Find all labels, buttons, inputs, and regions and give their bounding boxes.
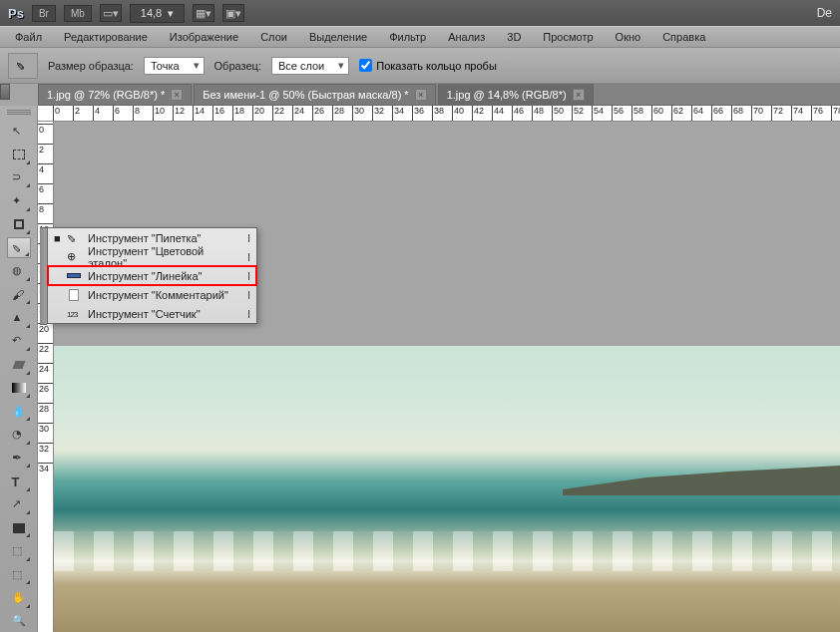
sample-size-label: Размер образца:	[48, 60, 134, 72]
ruler-h-label: 36	[414, 106, 424, 116]
menu-слои[interactable]: Слои	[251, 28, 296, 46]
ruler-h-label: 64	[693, 106, 703, 116]
gradient-tool[interactable]	[7, 378, 31, 399]
image-headland	[563, 466, 840, 495]
menu-фильтр[interactable]: Фильтр	[380, 28, 435, 46]
menu-просмотр[interactable]: Просмотр	[534, 28, 602, 46]
menu-выделение[interactable]: Выделение	[300, 28, 376, 46]
eyedropper-icon	[16, 59, 30, 73]
flyout-strip[interactable]	[40, 227, 47, 325]
magic-wand-tool[interactable]	[7, 190, 31, 211]
document-tab-0[interactable]: 1.jpg @ 72% (RGB/8*) *×	[38, 84, 192, 105]
canvas-area[interactable]	[54, 122, 840, 632]
flyout-indicator-icon	[26, 300, 30, 304]
ruler-h-label: 74	[793, 106, 803, 116]
ruler-v-label: 26	[39, 384, 49, 394]
menu-редактирование[interactable]: Редактирование	[55, 28, 157, 46]
vertical-ruler[interactable]: 0246810121416182022242628303234	[38, 122, 54, 632]
document-tab-2[interactable]: 1.jpg @ 14,8% (RGB/8*)×	[438, 84, 594, 105]
bridge-button[interactable]: Br	[32, 5, 56, 22]
flyout-item-2[interactable]: Инструмент "Линейка"I	[48, 266, 256, 285]
flyout-item-3[interactable]: Инструмент "Комментарий"I	[48, 285, 256, 304]
gradient-tool-icon	[12, 383, 26, 393]
tab-label: Без имени-1 @ 50% (Быстрая маска/8) *	[203, 89, 408, 101]
ruler-h-label: 12	[175, 106, 185, 116]
minibridge-button[interactable]: Mb	[64, 5, 92, 22]
horizontal-ruler[interactable]: 0246810121416182022242628303234363840424…	[38, 106, 840, 122]
ruler-h-label: 22	[274, 106, 284, 116]
ruler-h-label: 50	[554, 106, 564, 116]
image-overlay	[54, 346, 840, 632]
menu-изображение[interactable]: Изображение	[161, 28, 247, 46]
move-tool-icon	[12, 125, 26, 139]
ruler-v-label: 28	[39, 404, 49, 414]
document-tab-1[interactable]: Без имени-1 @ 50% (Быстрая маска/8) *×	[194, 84, 435, 105]
3d-orbit-tool-icon	[12, 568, 26, 582]
toolbox-grip[interactable]	[5, 110, 33, 117]
ruler-h-label: 60	[653, 106, 663, 116]
arrange-docs-icon[interactable]: ▦▾	[193, 4, 214, 22]
eraser-tool[interactable]	[7, 354, 31, 375]
tab-close-icon[interactable]: ×	[573, 89, 585, 101]
zoom-tool[interactable]	[7, 611, 31, 632]
menu-анализ[interactable]: Анализ	[439, 28, 494, 46]
3d-orbit-tool[interactable]	[7, 564, 31, 585]
shape-tool-icon	[13, 523, 25, 533]
flyout-indicator-icon	[26, 417, 30, 421]
shortcut-key: I	[247, 270, 250, 282]
note-icon	[69, 289, 79, 301]
flyout-indicator-icon	[25, 252, 29, 256]
flyout-label: Инструмент "Цветовой эталон"	[88, 245, 241, 269]
flyout-indicator-icon	[26, 277, 30, 281]
type-tool[interactable]	[7, 471, 31, 491]
blur-tool[interactable]	[7, 401, 31, 422]
show-ring-checkbox[interactable]: Показать кольцо пробы	[359, 59, 497, 72]
patch-tool[interactable]	[7, 260, 31, 281]
tab-close-icon[interactable]: ×	[171, 89, 183, 101]
ruler-h-label: 10	[155, 106, 165, 116]
stamp-tool[interactable]	[7, 307, 31, 328]
workspace-label[interactable]: De	[817, 6, 832, 20]
sample-select[interactable]: Все слои	[271, 57, 349, 75]
flyout-label: Инструмент "Линейка"	[88, 270, 241, 282]
dodge-tool[interactable]	[7, 424, 31, 445]
flyout-indicator-icon	[26, 557, 30, 561]
menu-3d[interactable]: 3D	[498, 28, 530, 46]
3d-rotate-tool[interactable]	[7, 540, 31, 561]
shape-tool[interactable]	[7, 517, 31, 538]
show-ring-input[interactable]	[359, 59, 372, 72]
patch-tool-icon	[12, 264, 26, 278]
shortcut-key: I	[247, 232, 250, 244]
brush-tool[interactable]	[7, 284, 31, 305]
hand-tool[interactable]	[7, 587, 31, 608]
sample-size-select[interactable]: Точка	[144, 57, 205, 75]
pen-tool[interactable]	[7, 448, 31, 469]
current-tool-indicator[interactable]	[8, 53, 38, 79]
menu-файл[interactable]: Файл	[6, 28, 51, 46]
ruler-h-label: 4	[95, 106, 100, 116]
marquee-tool[interactable]	[7, 144, 31, 164]
move-tool[interactable]	[7, 121, 31, 142]
ruler-h-label: 42	[474, 106, 484, 116]
extras-icon[interactable]: ▣▾	[222, 4, 244, 22]
eyedropper-tool[interactable]	[7, 237, 31, 258]
flyout-item-1[interactable]: Инструмент "Цветовой эталон"I	[48, 247, 256, 266]
crop-tool[interactable]	[7, 214, 31, 235]
history-brush-tool[interactable]	[7, 331, 31, 352]
titlebar: Ps Br Mb ▭▾ 14,8▾ ▦▾ ▣▾ De	[0, 0, 840, 26]
panel-toggle[interactable]	[0, 84, 10, 100]
flyout-indicator-icon	[26, 580, 30, 584]
screen-mode-icon[interactable]: ▭▾	[100, 4, 122, 22]
path-select-tool[interactable]	[7, 494, 31, 515]
lasso-tool[interactable]	[7, 167, 31, 188]
shortcut-key: I	[247, 289, 250, 301]
menu-справка[interactable]: Справка	[653, 28, 714, 46]
menu-окно[interactable]: Окно	[607, 28, 650, 46]
zoom-level[interactable]: 14,8▾	[130, 4, 185, 23]
ruler-h-label: 16	[214, 106, 224, 116]
document-tabs: 1.jpg @ 72% (RGB/8*) *×Без имени-1 @ 50%…	[38, 84, 840, 106]
ruler-v-label: 4	[39, 164, 44, 174]
flyout-item-4[interactable]: Инструмент "Счетчик"I	[48, 304, 256, 323]
flyout-indicator-icon	[26, 324, 30, 328]
tab-close-icon[interactable]: ×	[415, 89, 427, 101]
